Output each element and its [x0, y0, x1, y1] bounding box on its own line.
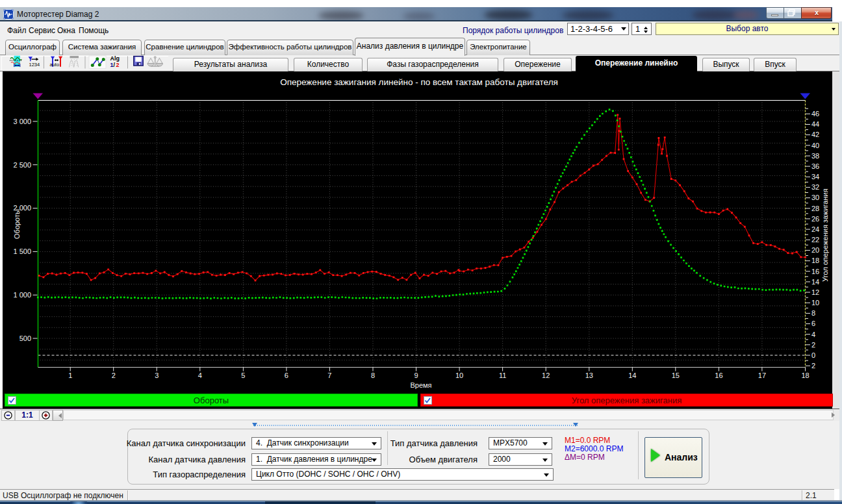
svg-text:18: 18	[801, 372, 809, 379]
svg-text:34: 34	[811, 173, 819, 181]
svg-text:Угол опережения зажигания: Угол опережения зажигания	[821, 188, 829, 281]
svg-text:3 000: 3 000	[13, 118, 31, 125]
svg-text:12: 12	[542, 372, 550, 379]
svg-text:42: 42	[811, 131, 819, 138]
svg-text:24: 24	[811, 225, 819, 233]
svg-text:/: /	[114, 62, 116, 68]
svg-text:16: 16	[715, 372, 722, 379]
svg-text:38: 38	[811, 152, 819, 160]
svg-text:22: 22	[811, 236, 819, 244]
svg-text:6: 6	[811, 320, 815, 327]
svg-text:1: 1	[68, 372, 72, 379]
svg-text:16: 16	[811, 268, 819, 275]
svg-text:26: 26	[811, 215, 819, 223]
svg-text:30: 30	[811, 194, 819, 201]
svg-text:2: 2	[811, 341, 815, 349]
svg-text:18: 18	[811, 257, 819, 264]
svg-text:2: 2	[811, 362, 815, 370]
svg-text:1234: 1234	[29, 62, 40, 68]
svg-text:1 500: 1 500	[13, 247, 31, 255]
svg-text:8: 8	[811, 309, 815, 317]
svg-text:Время: Время	[410, 381, 431, 389]
svg-text:46: 46	[811, 110, 819, 118]
svg-text:2: 2	[116, 62, 120, 68]
svg-text:3: 3	[155, 372, 159, 379]
svg-text:1 000: 1 000	[13, 291, 31, 299]
svg-text:9: 9	[414, 372, 418, 379]
svg-text:4: 4	[811, 331, 815, 338]
svg-text:5: 5	[241, 372, 245, 379]
svg-text:Alg: Alg	[110, 55, 120, 62]
svg-text:500: 500	[19, 334, 31, 342]
svg-text:6: 6	[285, 372, 288, 379]
svg-text:14: 14	[628, 372, 636, 379]
svg-text:2 500: 2 500	[13, 161, 31, 169]
svg-text:0: 0	[811, 351, 815, 359]
svg-text:12: 12	[811, 288, 819, 296]
svg-text:14: 14	[811, 278, 819, 286]
svg-text:4: 4	[198, 372, 202, 379]
svg-text:10: 10	[811, 299, 819, 307]
svg-text:15: 15	[672, 372, 680, 379]
svg-text:17: 17	[758, 372, 766, 379]
svg-text:7: 7	[327, 372, 331, 379]
svg-text:32: 32	[811, 183, 819, 191]
svg-text:36: 36	[811, 162, 819, 170]
svg-text:2: 2	[112, 372, 116, 379]
svg-text:44: 44	[811, 120, 819, 128]
svg-text:auto: auto	[50, 62, 60, 68]
svg-text:20: 20	[811, 246, 819, 254]
svg-text:11: 11	[499, 372, 506, 379]
svg-text:13: 13	[585, 372, 593, 379]
svg-text:10: 10	[455, 372, 463, 379]
svg-text:40: 40	[811, 142, 819, 149]
svg-text:Опережение зажигания линейно -: Опережение зажигания линейно - по всем т…	[280, 77, 558, 87]
svg-text:8: 8	[371, 372, 375, 379]
svg-text:Обороты: Обороты	[13, 209, 21, 239]
svg-text:28: 28	[811, 205, 819, 212]
